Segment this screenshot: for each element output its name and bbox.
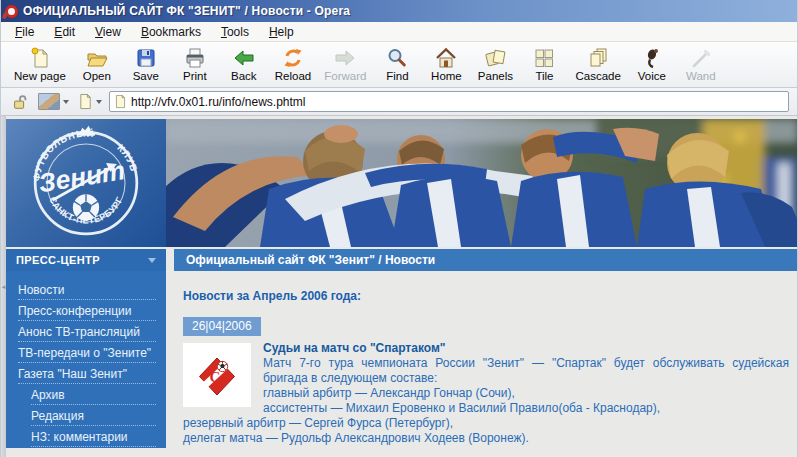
forward-arrow-icon — [333, 46, 357, 70]
save-button[interactable]: Save — [123, 45, 169, 84]
main-toolbar: New page Open Save Print Back Reload For… — [1, 42, 797, 88]
open-folder-icon — [85, 46, 109, 70]
unlocked-padlock-icon — [11, 93, 29, 111]
new-page-button[interactable]: New page — [9, 45, 71, 84]
zenit-emblem-block: ФУТБОЛЬНЫЙ КЛУБ САНКТ-ПЕТЕРБУРГ Зенит — [6, 119, 166, 247]
home-icon — [434, 46, 458, 70]
reload-button[interactable]: Reload — [270, 45, 316, 84]
sidebar-item-editorial[interactable]: Редакция — [31, 407, 156, 426]
wand-button[interactable]: Wand — [678, 45, 724, 84]
image-thumbnail-icon — [38, 93, 60, 110]
news-line-delegate: делегат матча — Рудольф Александрович Хо… — [183, 431, 789, 446]
panels-button[interactable]: Panels — [472, 45, 518, 84]
dropdown-caret-icon — [148, 258, 156, 263]
address-bar — [1, 88, 797, 116]
press-center-sidebar: Новости Пресс-конференции Анонс ТВ-транс… — [6, 271, 166, 448]
panel-collapse-arrow-icon: ◂ — [2, 283, 6, 291]
sidebar-item-nz-comments[interactable]: НЗ: комментарии — [31, 428, 156, 447]
breadcrumb[interactable]: Официальный сайт ФК "Зенит" / Новости — [174, 249, 797, 271]
page-icon — [78, 93, 93, 110]
news-line-reserve: резервный арбитр — Сергей Фурса (Петербу… — [183, 416, 789, 431]
opera-browser-window: ОФИЦИАЛЬНЫЙ САЙТ ФК "ЗЕНИТ" / Новости - … — [0, 0, 798, 457]
page-icon — [114, 94, 127, 109]
sidebar-item-tv-programs[interactable]: ТВ-передачи о "Зените" — [18, 344, 156, 363]
emblem-text-zenit: Зенит — [37, 155, 128, 198]
cascade-icon — [586, 46, 610, 70]
sidebar-item-tv-announcements[interactable]: Анонс ТВ-трансляций — [18, 323, 156, 342]
news-line-assistants: ассистенты — Михаил Еровенко и Василий П… — [183, 401, 789, 416]
tile-icon — [532, 46, 556, 70]
spartak-logo: C — [193, 351, 241, 399]
sidebar-item-newspaper[interactable]: Газета "Наш Зенит" — [18, 365, 156, 384]
panels-icon — [483, 46, 507, 70]
news-item: 26|04|2006 C — [183, 316, 789, 446]
section-bars: ПРЕСС-ЦЕНТР Официальный сайт ФК "Зенит" … — [6, 249, 797, 271]
forward-button[interactable]: Forward — [319, 45, 371, 84]
menu-view[interactable]: View — [85, 23, 131, 41]
news-title: Судьи на матч со "Спартаком" — [183, 341, 789, 356]
url-input[interactable] — [131, 95, 784, 109]
reload-icon — [281, 46, 305, 70]
open-button[interactable]: Open — [74, 45, 120, 84]
sidebar-item-press-conferences[interactable]: Пресс-конференции — [18, 302, 156, 321]
back-arrow-icon — [232, 46, 256, 70]
menu-tools[interactable]: Tools — [211, 23, 259, 41]
opera-logo-icon — [5, 5, 18, 18]
print-button[interactable]: Print — [172, 45, 218, 84]
svg-text:C: C — [210, 369, 221, 385]
printer-icon — [183, 46, 207, 70]
window-title: ОФИЦИАЛЬНЫЙ САЙТ ФК "ЗЕНИТ" / Новости - … — [23, 4, 350, 18]
address-field[interactable] — [109, 91, 789, 112]
image-toggle-button[interactable] — [36, 92, 71, 111]
sidebar-item-news[interactable]: Новости — [18, 281, 156, 300]
sidebar-item-archive[interactable]: Архив — [31, 386, 156, 405]
voice-button[interactable]: Voice — [629, 45, 675, 84]
bars-gap — [166, 249, 174, 271]
menu-file[interactable]: File — [5, 23, 44, 41]
news-paragraph: Матч 7-го тура чемпионата России "Зенит"… — [183, 356, 789, 386]
menu-bookmarks[interactable]: Bookmarks — [131, 23, 211, 41]
chevron-down-icon — [96, 100, 102, 104]
search-icon — [385, 46, 409, 70]
tile-button[interactable]: Tile — [521, 45, 567, 84]
news-line-referee: главный арбитр — Александр Гончар (Сочи)… — [183, 386, 789, 401]
back-button[interactable]: Back — [221, 45, 267, 84]
menu-edit[interactable]: Edit — [44, 23, 85, 41]
find-button[interactable]: Find — [374, 45, 420, 84]
cascade-button[interactable]: Cascade — [570, 45, 625, 84]
section-title: Новости за Апрель 2006 года: — [183, 289, 789, 303]
page-style-button[interactable] — [76, 92, 104, 111]
new-page-icon — [28, 46, 52, 70]
news-date-badge: 26|04|2006 — [183, 317, 261, 336]
football-icon — [73, 194, 99, 220]
security-lock-button[interactable] — [9, 92, 31, 112]
news-image-box: C — [183, 343, 251, 407]
menu-bar: File Edit View Bookmarks Tools Help — [1, 22, 797, 42]
zenit-club-emblem: ФУТБОЛЬНЫЙ КЛУБ САНКТ-ПЕТЕРБУРГ Зенит — [27, 124, 145, 242]
page-body: Новости Пресс-конференции Анонс ТВ-транс… — [6, 271, 797, 457]
voice-microphone-icon — [640, 46, 664, 70]
chevron-down-icon — [63, 100, 69, 104]
zenit-site-page: ФУТБОЛЬНЫЙ КЛУБ САНКТ-ПЕТЕРБУРГ Зенит — [6, 116, 797, 457]
save-floppy-icon — [134, 46, 158, 70]
players-huddle-photo — [166, 119, 797, 247]
title-bar: ОФИЦИАЛЬНЫЙ САЙТ ФК "ЗЕНИТ" / Новости - … — [1, 0, 797, 22]
news-content: Новости за Апрель 2006 года: 26|04|2006 … — [166, 271, 797, 457]
site-header: ФУТБОЛЬНЫЙ КЛУБ САНКТ-ПЕТЕРБУРГ Зенит — [6, 119, 797, 247]
menu-help[interactable]: Help — [259, 23, 304, 41]
press-center-header[interactable]: ПРЕСС-ЦЕНТР — [6, 249, 166, 271]
wand-icon — [689, 46, 713, 70]
page-viewport: ◂ ФУТБОЛЬНЫЙ КЛУБ — [1, 116, 797, 457]
home-button[interactable]: Home — [423, 45, 469, 84]
